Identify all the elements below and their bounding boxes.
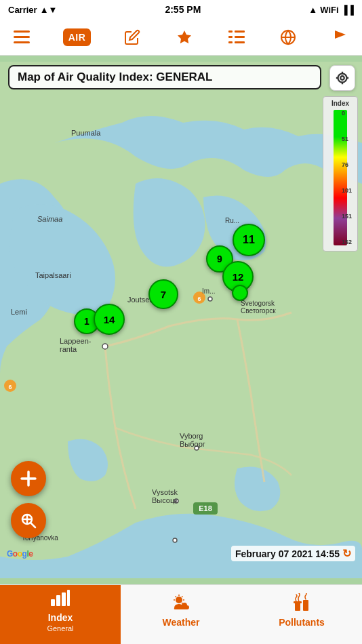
status-icons: ▲ WiFi ▐▐ <box>308 5 354 15</box>
menu-button[interactable] <box>11 26 33 48</box>
svg-line-42 <box>182 597 183 598</box>
svg-point-35 <box>176 597 182 603</box>
svg-point-18 <box>102 344 108 349</box>
globe-button[interactable] <box>277 26 299 48</box>
svg-rect-5 <box>235 31 245 33</box>
tab-index[interactable]: Index General <box>0 585 121 644</box>
svg-text:6: 6 <box>8 384 12 390</box>
aqi-marker-small[interactable] <box>232 285 248 301</box>
svg-point-24 <box>338 74 347 83</box>
tab-index-label: Index <box>48 612 73 623</box>
svg-rect-34 <box>67 590 70 606</box>
svg-rect-45 <box>294 601 302 603</box>
legend-title: Index <box>325 100 356 107</box>
favorites-button[interactable] <box>174 26 195 48</box>
svg-rect-6 <box>228 36 233 38</box>
locate-button[interactable] <box>329 65 355 91</box>
status-time: 2:55 PM <box>165 4 201 15</box>
svg-rect-33 <box>62 592 66 606</box>
edit-button[interactable] <box>121 26 143 48</box>
svg-rect-2 <box>14 41 30 43</box>
nav-bar: AIR <box>0 19 362 56</box>
pollutants-tab-icon <box>292 593 311 616</box>
svg-marker-3 <box>178 31 191 43</box>
city-imatra: Im... <box>202 287 215 295</box>
city-vysotsk: VysotskВысоцк <box>152 488 178 504</box>
city-taipalsaari: Taipalsaari <box>35 271 71 279</box>
tab-index-sublabel: General <box>47 624 73 632</box>
weather-tab-icon <box>171 593 191 616</box>
city-puumala: Puumala <box>71 129 100 137</box>
svg-rect-31 <box>51 599 55 606</box>
svg-line-28 <box>31 523 35 527</box>
search-location-button[interactable] <box>11 503 46 538</box>
svg-rect-7 <box>235 36 245 38</box>
svg-rect-43 <box>295 603 300 611</box>
city-saimaa: Saimaa <box>37 215 62 223</box>
status-carrier: Carrier ▲▼ <box>8 5 57 15</box>
svg-rect-1 <box>14 36 30 38</box>
timestamp: February 07 2021 14:55 ↻ <box>231 546 355 561</box>
map-area[interactable]: E18 6 6 Map of Air Quality Index: GENERA… <box>0 56 362 584</box>
list-button[interactable] <box>226 26 247 48</box>
tab-pollutants-label: Pollutants <box>279 617 325 628</box>
svg-rect-32 <box>56 595 60 606</box>
svg-rect-4 <box>228 31 233 33</box>
tab-weather-label: Weather <box>163 617 200 628</box>
svg-rect-44 <box>303 600 308 611</box>
refresh-icon[interactable]: ↻ <box>342 547 351 560</box>
index-legend: Index 0 51 76 101 151 152 <box>323 96 358 251</box>
map-svg: E18 6 6 <box>0 56 362 584</box>
svg-point-23 <box>340 76 344 80</box>
svg-rect-0 <box>14 31 30 33</box>
city-lappeenranta: Lappeen-ranta <box>60 337 92 353</box>
map-title: Map of Air Quality Index: GENERAL <box>8 65 321 89</box>
tab-weather[interactable]: Weather <box>121 585 241 644</box>
aqi-marker-14[interactable]: 14 <box>94 304 125 335</box>
city-lemi: Lemi <box>11 308 27 316</box>
add-location-button[interactable] <box>11 461 46 496</box>
svg-rect-9 <box>235 41 245 43</box>
tab-bar: Index General Weather <box>0 584 362 644</box>
flag-button[interactable] <box>329 26 351 48</box>
city-vyborg: VyborgВыборг <box>180 432 205 448</box>
city-svetogorsk: SvetogorskСветогорск <box>241 300 276 315</box>
svg-text:6: 6 <box>197 296 201 302</box>
google-logo: Google <box>7 549 33 559</box>
aqi-marker-7[interactable]: 7 <box>148 279 178 309</box>
app-logo: AIR <box>63 28 92 46</box>
svg-line-40 <box>176 597 177 598</box>
tab-pollutants[interactable]: Pollutants <box>241 585 362 644</box>
legend-labels: 0 51 76 101 151 152 <box>342 110 352 245</box>
svg-text:E18: E18 <box>199 504 212 512</box>
status-bar: Carrier ▲▼ 2:55 PM ▲ WiFi ▐▐ <box>0 0 362 19</box>
svg-line-41 <box>182 603 183 604</box>
city-ru: Ru... <box>225 217 239 224</box>
svg-point-22 <box>173 538 177 542</box>
svg-point-19 <box>208 297 212 301</box>
index-tab-icon <box>51 590 70 611</box>
aqi-marker-11[interactable]: 11 <box>233 224 265 256</box>
svg-rect-8 <box>228 41 233 43</box>
